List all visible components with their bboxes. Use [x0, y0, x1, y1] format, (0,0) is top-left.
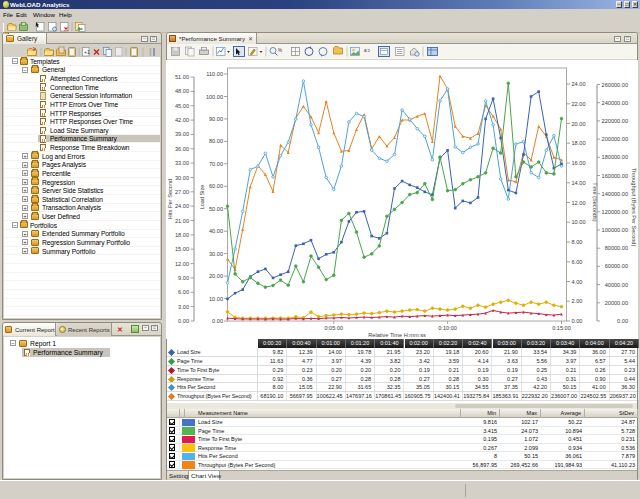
svg-text:100.00: 100.00: [206, 94, 223, 100]
svg-text:240000.00: 240000.00: [602, 100, 628, 106]
svg-text:140000.00: 140000.00: [602, 191, 628, 197]
svg-text:10.00: 10.00: [572, 219, 586, 225]
svg-text:50.00: 50.00: [209, 206, 223, 212]
svg-text:Throughput (Bytes Per Second): Throughput (Bytes Per Second): [631, 168, 637, 247]
svg-text:0:15:00: 0:15:00: [552, 325, 571, 331]
svg-text:9.00: 9.00: [178, 275, 189, 281]
svg-text:90.00: 90.00: [209, 116, 223, 122]
svg-text:3.00: 3.00: [178, 304, 189, 310]
svg-text:12.00: 12.00: [572, 200, 586, 206]
svg-text:60.00: 60.00: [209, 183, 223, 189]
svg-text:70.00: 70.00: [209, 161, 223, 167]
svg-text:6.00: 6.00: [572, 259, 583, 265]
svg-text:+1: +1: [84, 49, 90, 55]
svg-text:30.00: 30.00: [175, 175, 189, 181]
svg-text:8.00: 8.00: [572, 239, 583, 245]
svg-text:0.00: 0.00: [572, 318, 583, 324]
svg-text:45.00: 45.00: [175, 103, 189, 109]
svg-text:2.00: 2.00: [572, 298, 583, 304]
svg-text:0.00: 0.00: [212, 318, 223, 324]
svg-text:27.00: 27.00: [175, 189, 189, 195]
svg-text:80.00: 80.00: [209, 138, 223, 144]
svg-text:6.00: 6.00: [178, 289, 189, 295]
svg-text:4.00: 4.00: [572, 279, 583, 285]
svg-text:110.00: 110.00: [206, 71, 223, 77]
svg-text:24.00: 24.00: [175, 203, 189, 209]
svg-text:18.00: 18.00: [572, 140, 586, 146]
svg-text:14.00: 14.00: [572, 180, 586, 186]
svg-text:21.00: 21.00: [175, 218, 189, 224]
svg-text:48.00: 48.00: [175, 88, 189, 94]
svg-text:10.00: 10.00: [209, 296, 223, 302]
svg-text:24.00: 24.00: [572, 81, 586, 87]
svg-text:160000.00: 160000.00: [602, 173, 628, 179]
svg-text:20000.00: 20000.00: [605, 300, 628, 306]
svg-text:22.00: 22.00: [572, 101, 586, 107]
svg-text:a２: a２: [364, 48, 371, 53]
svg-text:51.00: 51.00: [175, 74, 189, 80]
svg-text:12.00: 12.00: [175, 261, 189, 267]
svg-text:20.00: 20.00: [209, 273, 223, 279]
svg-text:%: %: [278, 48, 282, 53]
svg-text:0:05:00: 0:05:00: [324, 325, 343, 331]
svg-text:Hits Per Second: Hits Per Second: [167, 179, 173, 219]
svg-text:15.00: 15.00: [175, 246, 189, 252]
svg-text:18.00: 18.00: [175, 232, 189, 238]
svg-text:36.00: 36.00: [175, 146, 189, 152]
svg-text:200000.00: 200000.00: [602, 136, 628, 142]
svg-text:33.00: 33.00: [175, 160, 189, 166]
svg-text:220000.00: 220000.00: [602, 118, 628, 124]
svg-text:30.00: 30.00: [209, 251, 223, 257]
svg-text:Load Size: Load Size: [199, 185, 205, 210]
svg-text:Relative Time H:mm:ss: Relative Time H:mm:ss: [368, 332, 426, 338]
svg-text:0.00: 0.00: [178, 318, 189, 324]
svg-text:40000.00: 40000.00: [605, 282, 628, 288]
svg-text:180000.00: 180000.00: [602, 154, 628, 160]
svg-text:80000.00: 80000.00: [605, 245, 628, 251]
svg-text:60000.00: 60000.00: [605, 263, 628, 269]
svg-text:16.00: 16.00: [572, 160, 586, 166]
svg-text:0.00: 0.00: [617, 318, 628, 324]
svg-text:20.00: 20.00: [572, 121, 586, 127]
svg-text:40.00: 40.00: [209, 228, 223, 234]
svg-text:39.00: 39.00: [175, 131, 189, 137]
svg-text:0:10:00: 0:10:00: [438, 325, 457, 331]
svg-text:100000.00: 100000.00: [602, 227, 628, 233]
svg-text:120000.00: 120000.00: [602, 209, 628, 215]
svg-text:42.00: 42.00: [175, 117, 189, 123]
svg-text:260000.00: 260000.00: [602, 82, 628, 88]
